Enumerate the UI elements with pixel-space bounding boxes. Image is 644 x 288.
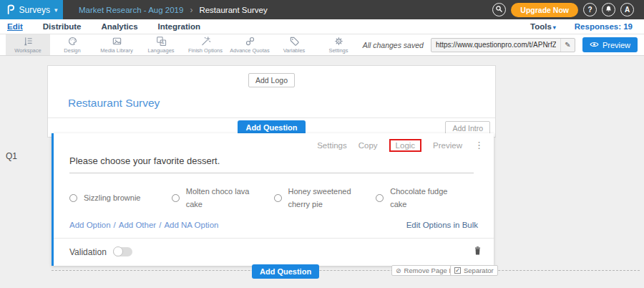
chevron-down-icon: ▾ xyxy=(54,6,58,14)
separator-toggle-button[interactable]: ✓ Separator xyxy=(450,265,498,276)
slash-separator: / xyxy=(159,221,161,229)
help-button[interactable]: ? xyxy=(583,3,597,16)
add-question-button-bottom[interactable]: Add Question xyxy=(252,264,319,279)
breadcrumb-folder-link[interactable]: Market Research - Aug 2019 xyxy=(79,6,183,14)
preview-button-label: Preview xyxy=(602,41,630,49)
magic-wand-icon xyxy=(200,36,211,47)
edit-options-in-bulk-link[interactable]: Edit Options in Bulk xyxy=(406,221,478,229)
surveys-product-menu[interactable]: Surveys ▾ xyxy=(0,0,63,19)
validation-toggle[interactable] xyxy=(113,247,132,256)
add-question-button-top[interactable]: Add Question xyxy=(238,120,305,135)
add-na-option-link[interactable]: Add NA Option xyxy=(164,221,218,229)
nav-tab-edit[interactable]: Edit xyxy=(7,22,23,31)
option-links-row: Add Option/Add Other/Add NA Option Edit … xyxy=(69,221,478,229)
answer-option-label[interactable]: Sizzling brownie xyxy=(84,192,140,205)
validation-label: Validation xyxy=(69,247,107,257)
survey-url-field-group: ✎ xyxy=(431,38,575,52)
breadcrumb-current-survey: Restaurant Survey xyxy=(199,6,267,14)
question-preview-link[interactable]: Preview xyxy=(433,141,462,150)
delete-question-button[interactable] xyxy=(473,246,482,258)
tools-dropdown[interactable]: Tools▾ xyxy=(530,22,556,31)
translate-icon: A xyxy=(156,36,167,47)
chain-links-icon xyxy=(245,36,255,47)
tag-icon xyxy=(289,36,300,47)
answer-option-label[interactable]: Honey sweetened cherry pie xyxy=(288,186,354,211)
kebab-menu-icon[interactable]: ⋮ xyxy=(474,140,484,150)
toggle-knob xyxy=(113,246,123,256)
survey-header-card: Add Logo Restaurant Survey Add Question … xyxy=(47,65,496,138)
bell-icon xyxy=(605,5,613,14)
palette-icon xyxy=(67,36,78,47)
search-button[interactable] xyxy=(492,3,506,16)
radio-button-icon[interactable] xyxy=(69,194,77,202)
page-break-dashed-line xyxy=(52,270,640,271)
questionpro-logo-icon xyxy=(6,4,15,15)
toolbar-tab-label: Advance Quotas xyxy=(230,47,269,54)
toolbar-tab-label: Workspace xyxy=(14,47,41,54)
question-card: Settings Copy Logic Preview ⋮ Please cho… xyxy=(52,133,494,266)
chevron-down-icon: ▾ xyxy=(553,24,556,31)
answer-option[interactable]: Chocolate fudge cake xyxy=(376,186,478,211)
search-icon xyxy=(495,5,503,14)
question-settings-link[interactable]: Settings xyxy=(317,141,347,150)
workspace-list-icon xyxy=(23,36,34,47)
toolbar-tab-label: Languages xyxy=(147,47,174,54)
eye-icon xyxy=(590,41,599,49)
answer-option[interactable]: Honey sweetened cherry pie xyxy=(274,186,376,211)
answer-option-label[interactable]: Chocolate fudge cake xyxy=(390,186,456,211)
autosave-status: All changes saved xyxy=(363,41,424,49)
toolbar-tab-workspace[interactable]: Workspace xyxy=(6,34,50,55)
gear-icon xyxy=(333,36,344,47)
toolbar-tab-label: Finish Options xyxy=(188,47,223,54)
toolbar-tab-media-library[interactable]: Media Library xyxy=(94,34,139,55)
toolbar-tab-finish-options[interactable]: Finish Options xyxy=(183,34,228,55)
separator-label: Separator xyxy=(464,267,494,274)
toolbar-tab-settings[interactable]: Settings xyxy=(316,34,361,55)
workspace-canvas: Q1 Add Logo Restaurant Survey Add Questi… xyxy=(0,57,644,288)
answer-options-row: Sizzling brownie Molten choco lava cake … xyxy=(69,186,478,211)
add-option-link[interactable]: Add Option xyxy=(69,221,111,229)
preview-button[interactable]: Preview xyxy=(582,37,638,52)
answer-option[interactable]: Molten choco lava cake xyxy=(172,186,274,211)
survey-title[interactable]: Restaurant Survey xyxy=(68,97,495,110)
toolbar-tab-label: Settings xyxy=(328,47,348,54)
nav-right-links: Tools▾ Responses: 19 xyxy=(530,22,633,31)
add-logo-button[interactable]: Add Logo xyxy=(248,73,295,87)
radio-button-icon[interactable] xyxy=(376,194,384,202)
toolbar-tab-design[interactable]: Design xyxy=(50,34,94,55)
radio-button-icon[interactable] xyxy=(172,194,180,202)
editor-toolbar: Workspace Design Media Library xyxy=(0,34,644,56)
upgrade-now-button[interactable]: Upgrade Now xyxy=(511,3,578,17)
breadcrumb-separator-icon: › xyxy=(190,5,192,15)
toolbar-tab-label: Design xyxy=(64,47,80,54)
nav-tab-distribute[interactable]: Distribute xyxy=(43,22,82,31)
pencil-icon: ✎ xyxy=(565,41,570,49)
toolbar-tab-label: Variables xyxy=(283,47,306,54)
question-logic-link-highlighted[interactable]: Logic xyxy=(389,139,422,152)
add-other-link[interactable]: Add Other xyxy=(119,221,156,229)
question-text[interactable]: Please choose your favorite dessert. xyxy=(69,155,474,173)
question-menu: Settings Copy Logic Preview ⋮ xyxy=(54,133,494,150)
validation-row: Validation xyxy=(54,238,494,266)
radio-button-icon[interactable] xyxy=(274,194,282,202)
nav-tab-integration[interactable]: Integration xyxy=(158,22,200,31)
checkbox-checked-icon[interactable]: ✓ xyxy=(454,267,461,274)
avatar[interactable]: A xyxy=(620,3,634,16)
product-label: Surveys xyxy=(19,5,50,15)
edit-url-button[interactable]: ✎ xyxy=(560,39,575,52)
top-header-bar: Surveys ▾ Market Research - Aug 2019 › R… xyxy=(0,0,644,19)
responses-count-link[interactable]: Responses: 19 xyxy=(575,22,633,31)
survey-url-input[interactable] xyxy=(431,41,560,49)
toolbar-tab-variables[interactable]: Variables xyxy=(272,34,316,55)
header-actions: Upgrade Now ? A xyxy=(492,3,644,17)
toolbar-tab-advance-quotas[interactable]: Advance Quotas xyxy=(228,34,272,55)
answer-option-label[interactable]: Molten choco lava cake xyxy=(186,186,252,211)
answer-option[interactable]: Sizzling brownie xyxy=(69,186,172,211)
notifications-button[interactable] xyxy=(602,3,615,16)
question-copy-link[interactable]: Copy xyxy=(358,141,378,150)
toolbar-tab-languages[interactable]: A Languages xyxy=(139,34,183,55)
nav-tab-analytics[interactable]: Analytics xyxy=(101,22,137,31)
breadcrumb: Market Research - Aug 2019 › Restaurant … xyxy=(79,5,268,15)
remove-page-break-icon: ⊘ xyxy=(396,267,401,274)
trash-icon xyxy=(473,247,482,258)
